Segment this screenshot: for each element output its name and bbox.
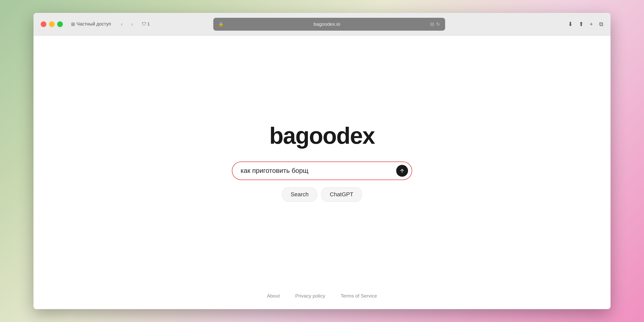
chatgpt-button[interactable]: ChatGPT [321, 187, 362, 202]
sidebar-toggle[interactable]: ⊞ Частный доступ [71, 21, 111, 27]
arrow-up-icon [399, 168, 405, 174]
address-bar-inner: 🔒 bagoodex.io ⊟ ↻ [213, 18, 445, 31]
footer: About Privacy policy Terms of Service [267, 293, 377, 299]
translate-icon[interactable]: ⊟ [430, 21, 434, 27]
traffic-lights [41, 21, 63, 27]
toolbar-right: ⬇ ⬆ + ⧉ [568, 21, 603, 28]
content-area: bagoodex Search ChatGPT [33, 36, 611, 309]
nav-buttons: ‹ › [117, 20, 137, 29]
forward-button[interactable]: › [128, 20, 137, 29]
search-input[interactable] [232, 162, 412, 180]
search-section: Search ChatGPT [232, 162, 412, 202]
title-bar: ⊞ Частный доступ ‹ › 🛡 1 🔒 bagoodex.io ⊟… [33, 13, 611, 36]
search-submit-button[interactable] [396, 165, 408, 177]
private-label: Частный доступ [77, 21, 111, 27]
reload-icon[interactable]: ↻ [436, 21, 440, 27]
maximize-button[interactable] [57, 21, 63, 27]
terms-link[interactable]: Terms of Service [341, 293, 377, 299]
privacy-link[interactable]: Privacy policy [295, 293, 325, 299]
browser-window: ⊞ Частный доступ ‹ › 🛡 1 🔒 bagoodex.io ⊟… [33, 13, 611, 309]
search-button[interactable]: Search [282, 187, 317, 202]
shield-badge[interactable]: 🛡 1 [142, 22, 150, 27]
back-button[interactable]: ‹ [117, 20, 126, 29]
new-tab-icon[interactable]: + [590, 21, 593, 28]
action-buttons: Search ChatGPT [282, 187, 362, 202]
address-text: bagoodex.io [226, 21, 428, 27]
about-link[interactable]: About [267, 293, 280, 299]
address-bar[interactable]: 🔒 bagoodex.io ⊟ ↻ [213, 18, 445, 31]
minimize-button[interactable] [49, 21, 55, 27]
sidebar-icon: ⊞ [71, 21, 75, 27]
shield-icon: 🛡 [142, 22, 146, 27]
shield-count: 1 [147, 22, 150, 27]
search-input-wrapper [232, 162, 412, 180]
download-icon[interactable]: ⬇ [568, 21, 573, 28]
main-content: bagoodex Search ChatGPT [232, 123, 412, 202]
site-logo: bagoodex [269, 123, 375, 149]
tabs-icon[interactable]: ⧉ [599, 21, 603, 28]
share-icon[interactable]: ⬆ [579, 21, 583, 28]
close-button[interactable] [41, 21, 46, 27]
lock-icon: 🔒 [218, 22, 224, 27]
